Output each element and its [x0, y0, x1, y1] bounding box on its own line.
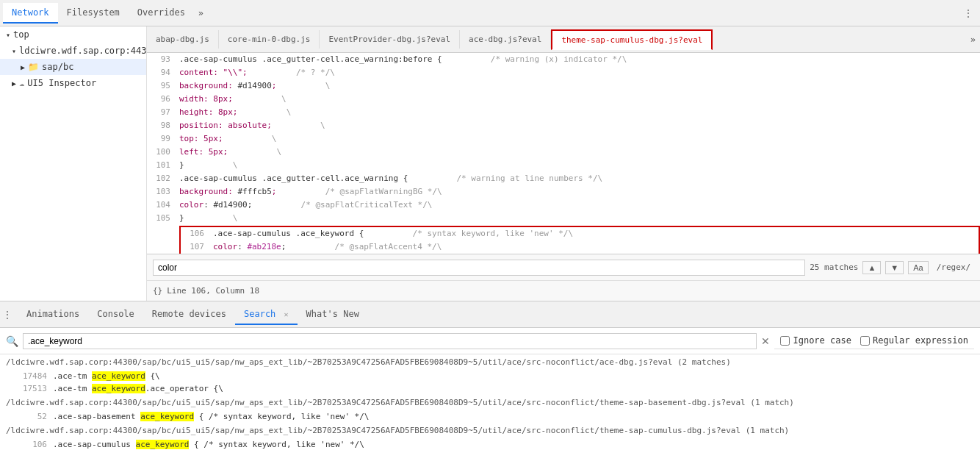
code-line-103: 103 background: #fffcb5; /* @sapFlatWarn…	[147, 185, 980, 199]
result-file-path-1[interactable]: /ldciwre.wdf.sap.corp:44300/sap/bc/ui5_u…	[0, 354, 980, 370]
line-info-icon: {}	[153, 286, 162, 296]
code-line-100: 100 left: 5px; \	[147, 146, 980, 159]
line-info-text: Line 106, Column 18	[167, 286, 259, 296]
file-tab-coremin-label: core-min-0-dbg.js	[228, 35, 311, 44]
top-tab-overrides[interactable]: Overrides	[129, 3, 194, 24]
file-tab-theme-cumulus[interactable]: theme-sap-cumulus-dbg.js?eval	[551, 29, 713, 50]
sidebar-item-top-label: top	[13, 29, 29, 40]
cloud-icon: ☁	[19, 78, 24, 88]
result-line-1-2[interactable]: 17513 .ace-tm ace_keyword.ace_operator {…	[0, 382, 980, 395]
code-line-96: 96 width: 8px; \	[147, 93, 980, 106]
code-line-98: 98 position: absolute; \	[147, 119, 980, 132]
code-line-97: 97 height: 8px; \	[147, 106, 980, 119]
code-line-101: 101 } \	[147, 159, 980, 172]
sidebar-item-ui5-label: UI5 Inspector	[27, 78, 96, 88]
result-line-num: 52	[18, 412, 47, 421]
search-text-input[interactable]	[23, 333, 757, 349]
code-search-next-btn[interactable]: ▼	[885, 261, 904, 274]
bottom-tab-search-label: Search	[244, 309, 275, 319]
ignore-case-label: Ignore case	[793, 335, 851, 346]
code-search-matches: 25 matches	[810, 262, 858, 272]
code-search-bar: 25 matches ▲ ▼ Aa /regex/	[147, 254, 980, 280]
code-line-106: 106 .ace-sap-cumulus .ace_keyword { /* s…	[181, 227, 979, 240]
code-line-104: 104 color: #d14900; /* @sapFlatCriticalT…	[147, 199, 980, 212]
result-line-3-1[interactable]: 106 .ace-sap-cumulus ace_keyword { /* sy…	[0, 438, 980, 451]
result-line-2-1[interactable]: 52 .ace-sap-basement ace_keyword { /* sy…	[0, 410, 980, 423]
result-line-content: .ace-sap-basement ace_keyword { /* synta…	[53, 412, 974, 421]
file-tab-eventprovider-label: EventProvider-dbg.js?eval	[328, 35, 450, 44]
regex-checkbox[interactable]: Regular expression	[860, 335, 968, 346]
code-search-input[interactable]	[153, 260, 805, 276]
result-line-content: .ace-tm ace_keyword {\	[53, 371, 974, 381]
code-line-107: 107 color: #ab218e; /* @sapFlatAccent4 *…	[181, 240, 979, 254]
code-search-matchcase-btn[interactable]: Aa	[908, 261, 928, 274]
bottom-tab-search[interactable]: Search ✕	[235, 304, 298, 325]
arrow-down-icon-2: ▾	[12, 47, 16, 55]
file-tabs-bar: abap-dbg.js core-min-0-dbg.js EventProvi…	[147, 26, 980, 53]
result-file-path-2[interactable]: /ldciwre.wdf.sap.corp:44300/sap/bc/ui5_u…	[0, 395, 980, 410]
result-file-path-3[interactable]: /ldciwre.wdf.sap.corp:44300/sap/bc/ui5_u…	[0, 423, 980, 438]
sidebar-item-ldciwre-label: ldciwre.wdf.sap.corp:44300	[19, 46, 147, 56]
code-line-94: 94 content: "\\"; /* ? */\	[147, 66, 980, 79]
result-line-num: 106	[18, 440, 47, 449]
code-line-95: 95 background: #d14900; \	[147, 79, 980, 93]
sidebar-item-ldciwre[interactable]: ▾ ldciwre.wdf.sap.corp:44300	[0, 43, 146, 59]
top-tab-filesystem[interactable]: Filesystem	[58, 3, 129, 24]
search-results: /ldciwre.wdf.sap.corp:44300/sap/bc/ui5_u…	[0, 354, 980, 454]
sidebar-item-ui5inspector[interactable]: ▶ ☁ UI5 Inspector	[0, 75, 146, 91]
code-line-99: 99 top: 5px; \	[147, 132, 980, 146]
bottom-three-dot[interactable]: ⋮	[3, 310, 12, 320]
highlighted-box: 106 .ace-sap-cumulus .ace_keyword { /* s…	[179, 226, 980, 254]
search-options: Ignore case Regular expression	[774, 332, 974, 349]
code-line-105: 105 } \	[147, 212, 980, 225]
bottom-tab-animations[interactable]: Animations	[18, 304, 88, 325]
top-tab-network[interactable]: Network	[3, 3, 58, 24]
code-line-93: 93 .ace-sap-cumulus .ace_gutter-cell.ace…	[147, 53, 980, 66]
ignore-case-input[interactable]	[780, 336, 790, 346]
bottom-tab-console[interactable]: Console	[88, 304, 143, 325]
sidebar-item-sapbc-label: sap/bc	[42, 62, 73, 72]
file-tab-ace[interactable]: ace-dbg.js?eval	[460, 30, 551, 49]
main-layout: ▾ top ▾ ldciwre.wdf.sap.corp:44300 ▶ 📁 s…	[0, 26, 980, 301]
code-area: abap-dbg.js core-min-0-dbg.js EventProvi…	[147, 26, 980, 301]
result-line-num: 17484	[18, 371, 47, 381]
result-line-num: 17513	[18, 384, 47, 393]
bottom-tab-remotedevices[interactable]: Remote devices	[143, 304, 235, 325]
folder-icon: 📁	[28, 62, 39, 72]
file-tab-eventprovider[interactable]: EventProvider-dbg.js?eval	[320, 30, 460, 49]
arrow-down-icon: ▾	[6, 31, 10, 39]
file-tab-ace-label: ace-dbg.js?eval	[469, 35, 541, 44]
bottom-tab-whatsnew[interactable]: What's New	[298, 304, 368, 325]
file-tab-more-btn[interactable]: »	[966, 32, 980, 48]
code-line-102: 102 .ace-sap-cumulus .ace_gutter-cell.ac…	[147, 172, 980, 185]
search-input-row: 🔍 ✕ Ignore case Regular expression	[0, 328, 980, 354]
sidebar-item-sapbc[interactable]: ▶ 📁 sap/bc	[0, 59, 146, 75]
regex-label: Regular expression	[873, 335, 968, 346]
arrow-right-icon: ▶	[21, 63, 25, 71]
top-threedot-btn[interactable]: ⋮	[959, 5, 977, 21]
sidebar: ▾ top ▾ ldciwre.wdf.sap.corp:44300 ▶ 📁 s…	[0, 26, 147, 301]
result-line-content: .ace-sap-cumulus ace_keyword { /* syntax…	[53, 440, 974, 449]
sidebar-item-top[interactable]: ▾ top	[0, 26, 146, 43]
result-line-1-1[interactable]: 17484 .ace-tm ace_keyword {\	[0, 370, 980, 382]
file-tab-theme-cumulus-label: theme-sap-cumulus-dbg.js?eval	[561, 35, 702, 45]
top-tabs-bar: Network Filesystem Overrides » ⋮	[0, 0, 980, 26]
file-tab-coremin[interactable]: core-min-0-dbg.js	[219, 30, 320, 49]
file-tab-abap-label: abap-dbg.js	[156, 35, 209, 44]
file-tab-abap[interactable]: abap-dbg.js	[147, 30, 219, 49]
bottom-panel: ⋮ Animations Console Remote devices Sear…	[0, 301, 980, 454]
arrow-right-icon-2: ▶	[12, 79, 16, 88]
bottom-tabs-bar: ⋮ Animations Console Remote devices Sear…	[0, 301, 980, 328]
line-info-bar: {} Line 106, Column 18	[147, 280, 980, 301]
search-panel: 🔍 ✕ Ignore case Regular expression /ldci…	[0, 328, 980, 454]
regex-input[interactable]	[860, 336, 870, 346]
bottom-tab-search-close[interactable]: ✕	[284, 310, 289, 318]
code-search-prev-btn[interactable]: ▲	[862, 261, 881, 274]
code-search-regex-btn[interactable]: /regex/	[933, 260, 974, 274]
ignore-case-checkbox[interactable]: Ignore case	[780, 335, 851, 346]
code-view[interactable]: 93 .ace-sap-cumulus .ace_gutter-cell.ace…	[147, 53, 980, 254]
search-icon: 🔍	[6, 335, 18, 347]
search-clear-btn[interactable]: ✕	[761, 335, 770, 347]
top-tab-more-btn[interactable]: »	[194, 5, 208, 21]
result-line-content: .ace-tm ace_keyword.ace_operator {\	[53, 384, 974, 393]
